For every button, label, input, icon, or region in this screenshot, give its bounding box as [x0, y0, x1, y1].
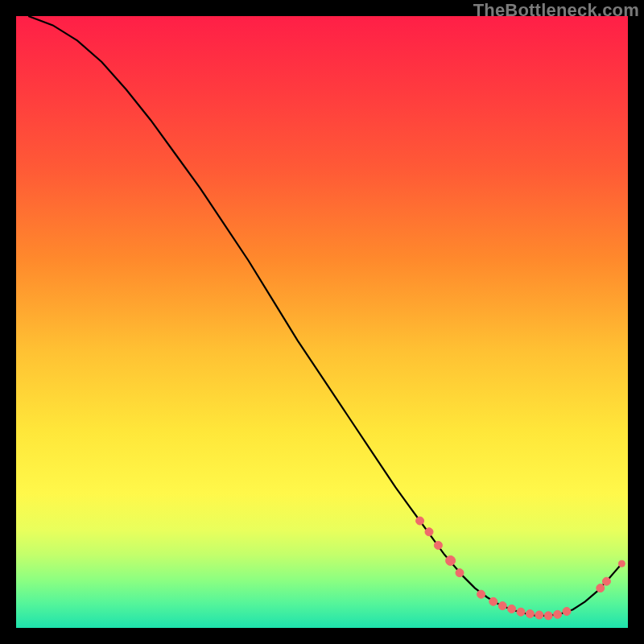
chart-marker: [434, 541, 442, 549]
chart-marker: [535, 611, 543, 619]
watermark-label: TheBottleneck.com: [473, 0, 639, 21]
chart-svg: [16, 16, 628, 628]
chart-marker: [544, 612, 552, 620]
chart-marker: [489, 597, 497, 605]
chart-marker: [618, 560, 625, 567]
chart-marker: [456, 569, 464, 577]
chart-curve: [28, 16, 621, 616]
chart-marker: [425, 528, 433, 536]
chart-marker: [508, 605, 516, 613]
chart-markers: [416, 517, 625, 620]
chart-marker: [597, 584, 605, 592]
chart-marker: [498, 602, 506, 610]
chart-marker: [526, 610, 534, 618]
chart-marker: [602, 577, 610, 585]
chart-marker: [554, 610, 562, 618]
chart-stage: TheBottleneck.com: [0, 0, 644, 644]
chart-plot-area: [16, 16, 628, 628]
chart-marker: [446, 555, 456, 565]
chart-marker: [517, 608, 525, 616]
chart-marker: [477, 590, 485, 598]
chart-marker: [563, 608, 571, 616]
chart-marker: [416, 517, 424, 525]
